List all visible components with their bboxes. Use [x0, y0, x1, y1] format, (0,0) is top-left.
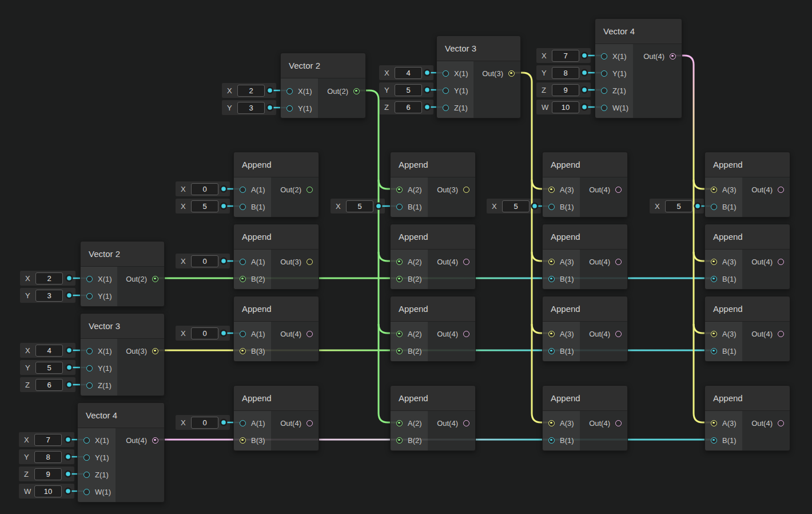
port-a2[interactable] [396, 187, 403, 193]
widget-value-field[interactable]: 2 [35, 272, 63, 284]
widget-value-field[interactable]: 8 [34, 451, 62, 463]
node-append-c3r2[interactable]: AppendA(3)B(1)Out(4) [542, 224, 628, 290]
vector4-top-input-widget-y[interactable]: Y8 [536, 65, 591, 80]
vector4-top-input-widget-w[interactable]: W10 [536, 100, 591, 114]
port-a3[interactable] [548, 331, 555, 337]
port-b1[interactable] [711, 437, 717, 444]
port-x1[interactable] [601, 53, 607, 60]
widget-value-field[interactable]: 10 [34, 485, 62, 497]
port-b1[interactable] [548, 437, 555, 444]
port-out2[interactable] [152, 276, 158, 282]
port-out4[interactable] [463, 331, 469, 337]
node-append-c1r4[interactable]: AppendA(1)B(3)Out(4) [233, 385, 319, 451]
widget-value-field[interactable]: 3 [237, 102, 265, 114]
node-append-c3r3[interactable]: AppendA(3)B(1)Out(4) [542, 296, 628, 362]
widget-value-field[interactable]: 3 [35, 290, 63, 302]
port-out4[interactable] [307, 331, 313, 337]
node-append-c4r1[interactable]: AppendA(3)B(1)Out(4) [704, 152, 790, 218]
widget-value-field[interactable]: 9 [34, 468, 62, 480]
port-b1[interactable] [548, 276, 555, 282]
widget-value-field[interactable]: 5 [665, 200, 692, 212]
port-out4[interactable] [463, 420, 469, 426]
widget-value-field[interactable]: 0 [191, 255, 218, 267]
node-append-c4r4[interactable]: AppendA(3)B(1)Out(4) [704, 385, 790, 451]
port-x1[interactable] [83, 437, 90, 444]
port-w1[interactable] [601, 105, 607, 111]
vector3-left-input-widget-y[interactable]: Y5 [20, 360, 75, 375]
widget-value-field[interactable]: 6 [395, 101, 422, 113]
port-z1[interactable] [86, 382, 93, 389]
port-z1[interactable] [601, 88, 607, 94]
port-a2[interactable] [396, 331, 403, 337]
port-a3[interactable] [711, 420, 717, 426]
widget-value-field[interactable]: 9 [552, 84, 579, 96]
node-vector2-top[interactable]: Vector 2X(1)Y(1)Out(2) [280, 53, 366, 118]
port-y1[interactable] [286, 105, 293, 112]
vector4-left-input-widget-w[interactable]: W10 [19, 484, 74, 499]
port-out4[interactable] [615, 331, 622, 337]
append-c1r1-input-widget-x[interactable]: X5 [176, 199, 230, 213]
port-out3[interactable] [307, 259, 313, 265]
port-y1[interactable] [86, 293, 93, 299]
vector2-left-input-widget-x[interactable]: X2 [20, 271, 75, 286]
vector4-left-input-widget-y[interactable]: Y8 [19, 449, 74, 464]
port-a3[interactable] [548, 420, 555, 426]
port-y1[interactable] [601, 70, 607, 77]
vector4-left-input-widget-z[interactable]: Z9 [19, 466, 74, 481]
node-append-c1r2[interactable]: AppendA(1)B(2)Out(3) [233, 224, 319, 290]
port-out4[interactable] [778, 420, 784, 426]
node-append-c1r3[interactable]: AppendA(1)B(3)Out(4) [233, 296, 319, 362]
port-x1[interactable] [443, 70, 449, 77]
widget-value-field[interactable]: 5 [502, 200, 530, 212]
widget-value-field[interactable]: 0 [191, 327, 218, 339]
vector3-top-input-widget-z[interactable]: Z6 [379, 100, 433, 114]
port-out4[interactable] [152, 437, 158, 444]
port-y1[interactable] [443, 88, 449, 94]
widget-value-field[interactable]: 10 [552, 101, 579, 113]
vector4-top-input-widget-x[interactable]: X7 [536, 48, 591, 63]
widget-value-field[interactable]: 6 [35, 379, 63, 391]
append-c1r1-input-widget-x[interactable]: X0 [176, 181, 230, 196]
port-x1[interactable] [286, 88, 293, 94]
append-c2r1-input-widget-x[interactable]: X5 [331, 199, 385, 213]
append-c1r2-input-widget-x[interactable]: X0 [176, 254, 230, 268]
widget-value-field[interactable]: 0 [191, 417, 218, 429]
port-out4[interactable] [463, 259, 469, 265]
node-append-c2r4[interactable]: AppendA(2)B(2)Out(4) [390, 385, 476, 451]
node-append-c4r3[interactable]: AppendA(3)B(1)Out(4) [704, 296, 790, 362]
append-c3r1-input-widget-x[interactable]: X5 [487, 199, 541, 213]
vector3-top-input-widget-y[interactable]: Y5 [379, 82, 433, 97]
port-out4[interactable] [615, 187, 622, 193]
port-b1[interactable] [711, 204, 717, 210]
node-append-c2r1[interactable]: AppendA(2)B(1)Out(3) [390, 152, 476, 218]
port-a2[interactable] [396, 259, 403, 265]
port-out4[interactable] [615, 259, 622, 265]
port-a3[interactable] [548, 187, 555, 193]
port-out4[interactable] [778, 187, 784, 193]
node-append-c1r1[interactable]: AppendA(1)B(1)Out(2) [233, 152, 319, 218]
port-a2[interactable] [396, 420, 403, 426]
widget-value-field[interactable]: 5 [395, 84, 422, 96]
port-b1[interactable] [240, 204, 246, 210]
port-y1[interactable] [86, 365, 93, 371]
widget-value-field[interactable]: 5 [191, 200, 218, 212]
port-out3[interactable] [463, 187, 469, 193]
vector2-top-input-widget-x[interactable]: X2 [222, 83, 276, 98]
port-a1[interactable] [240, 259, 246, 265]
append-c1r4-input-widget-x[interactable]: X0 [176, 415, 230, 430]
port-out4[interactable] [615, 420, 622, 426]
port-a3[interactable] [548, 259, 555, 265]
widget-value-field[interactable]: 4 [395, 67, 422, 79]
port-b1[interactable] [711, 348, 717, 354]
node-append-c4r2[interactable]: AppendA(3)B(1)Out(4) [704, 224, 790, 290]
node-vector3-left[interactable]: Vector 3X(1)Y(1)Z(1)Out(3) [80, 313, 165, 396]
port-a3[interactable] [711, 331, 717, 337]
vector3-left-input-widget-z[interactable]: Z6 [20, 377, 75, 392]
port-w1[interactable] [83, 489, 90, 495]
port-out2[interactable] [307, 187, 313, 193]
port-a3[interactable] [711, 187, 717, 193]
port-out4[interactable] [778, 259, 784, 265]
port-a1[interactable] [240, 331, 246, 337]
widget-value-field[interactable]: 7 [552, 50, 579, 62]
port-out2[interactable] [353, 88, 360, 94]
